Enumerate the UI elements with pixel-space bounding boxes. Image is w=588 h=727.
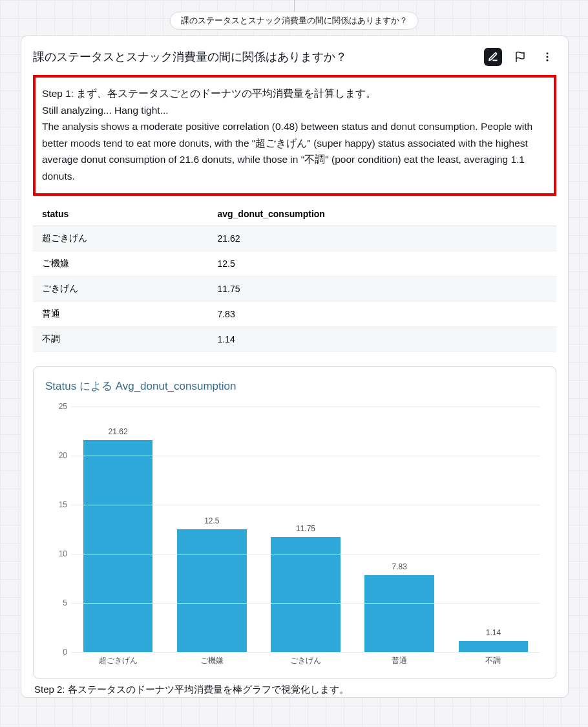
chart-gridline bbox=[71, 406, 540, 407]
chart-xtick: 普通 bbox=[392, 655, 407, 666]
chart-bar-slot: 12.5ご機嫌 bbox=[165, 406, 258, 652]
chart-xtick: 不調 bbox=[485, 655, 501, 666]
chart-ytick: 15 bbox=[49, 500, 67, 509]
flag-icon[interactable] bbox=[511, 48, 529, 66]
more-icon[interactable] bbox=[538, 48, 556, 66]
cell-status: ごきげん bbox=[33, 277, 208, 302]
chart-title: Status による Avg_donut_consumption bbox=[45, 379, 544, 394]
chart-bar-value-label: 11.75 bbox=[296, 524, 315, 533]
analysis-highlight-box: Step 1: まず、各ステータスごとのドーナツの平均消費量を計算します。 St… bbox=[33, 75, 556, 196]
table-header-value: avg_donut_consumption bbox=[208, 202, 556, 226]
cell-status: ご機嫌 bbox=[33, 251, 208, 277]
breadcrumb-pill[interactable]: 課のステータスとスナック消費量の間に関係はありますか？ bbox=[170, 12, 419, 30]
chart-bar[interactable] bbox=[177, 529, 246, 652]
cell-status: 超ごきげん bbox=[33, 226, 208, 251]
table-row: ごきげん 11.75 bbox=[33, 277, 556, 302]
chart-xtick: ご機嫌 bbox=[200, 655, 224, 666]
header-actions bbox=[484, 48, 556, 66]
node-connector bbox=[294, 0, 295, 12]
chart-gridline bbox=[71, 456, 540, 456]
breadcrumb-text: 課のステータスとスナック消費量の間に関係はありますか？ bbox=[181, 16, 408, 25]
chart-bar-value-label: 1.14 bbox=[486, 628, 501, 637]
cell-value: 7.83 bbox=[208, 302, 556, 327]
cell-status: 普通 bbox=[33, 302, 208, 327]
cell-value: 12.5 bbox=[208, 251, 556, 277]
table-row: 超ごきげん 21.62 bbox=[33, 226, 556, 251]
chart-bar-slot: 21.62超ごきげん bbox=[71, 406, 165, 652]
chart-bar[interactable] bbox=[83, 440, 152, 653]
analysis-line-2: Still analyzing... Hang tight... bbox=[42, 102, 547, 119]
cell-value: 11.75 bbox=[208, 277, 556, 302]
chart-xtick: ごきげん bbox=[290, 655, 321, 666]
edit-icon[interactable] bbox=[484, 48, 502, 66]
cell-value: 21.62 bbox=[208, 226, 556, 251]
cell-status: 不調 bbox=[33, 327, 208, 352]
chart-xtick: 超ごきげん bbox=[99, 655, 138, 666]
chart-bar-slot: 11.75ごきげん bbox=[258, 406, 352, 652]
chart-ytick: 10 bbox=[49, 549, 67, 558]
chart-bars: 21.62超ごきげん12.5ご機嫌11.75ごきげん7.83普通1.14不調 bbox=[71, 406, 540, 652]
chart-bar[interactable] bbox=[459, 641, 528, 652]
chart-card: Status による Avg_donut_consumption 21.62超ご… bbox=[33, 366, 556, 679]
chart-bar-value-label: 12.5 bbox=[204, 516, 219, 525]
chart-plot: 21.62超ごきげん12.5ご機嫌11.75ごきげん7.83普通1.14不調 0… bbox=[71, 406, 540, 652]
chart-bar-value-label: 21.62 bbox=[109, 427, 128, 436]
chart-ytick: 20 bbox=[49, 451, 67, 460]
chart-bar-slot: 1.14不調 bbox=[446, 406, 540, 652]
analysis-card: 課のステータスとスナック消費量の間に関係はありますか？ Step 1: まず、各… bbox=[21, 36, 569, 698]
analysis-line-1: Step 1: まず、各ステータスごとのドーナツの平均消費量を計算します。 bbox=[42, 85, 547, 102]
chart-ytick: 0 bbox=[49, 648, 67, 657]
table-header-status: status bbox=[33, 202, 208, 226]
cell-value: 1.14 bbox=[208, 327, 556, 352]
analysis-line-3: The analysis shows a moderate positive c… bbox=[42, 118, 547, 184]
step-2-text: Step 2: 各ステータスのドーナツ平均消費量を棒グラフで視覚化します。 bbox=[33, 684, 556, 696]
card-header: 課のステータスとスナック消費量の間に関係はありますか？ bbox=[33, 48, 556, 66]
table-row: ご機嫌 12.5 bbox=[33, 251, 556, 277]
table-row: 普通 7.83 bbox=[33, 302, 556, 327]
chart-ytick: 25 bbox=[49, 402, 67, 411]
chart-bar-slot: 7.83普通 bbox=[353, 406, 446, 652]
chart-gridline bbox=[71, 505, 540, 505]
table-row: 不調 1.14 bbox=[33, 327, 556, 352]
svg-point-1 bbox=[547, 52, 549, 54]
chart-gridline bbox=[71, 603, 540, 604]
chart-bar-value-label: 7.83 bbox=[392, 562, 407, 571]
result-table: status avg_donut_consumption 超ごきげん 21.62… bbox=[33, 202, 556, 352]
chart-ytick: 5 bbox=[49, 598, 67, 607]
chart-bar[interactable] bbox=[364, 575, 434, 652]
svg-point-2 bbox=[547, 56, 549, 58]
chart-area: 21.62超ごきげん12.5ご機嫌11.75ごきげん7.83普通1.14不調 0… bbox=[45, 400, 544, 671]
svg-point-3 bbox=[547, 59, 549, 61]
chart-gridline bbox=[71, 554, 540, 554]
card-title: 課のステータスとスナック消費量の間に関係はありますか？ bbox=[33, 49, 347, 65]
chart-gridline bbox=[71, 652, 540, 653]
